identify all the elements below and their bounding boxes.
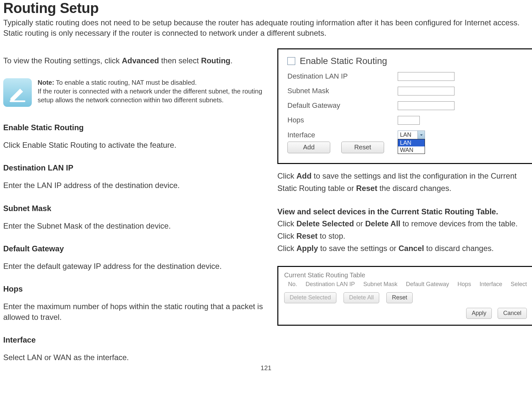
col-gw: Default Gateway [406, 281, 449, 288]
page-number: 121 [3, 364, 529, 372]
iface-option-wan[interactable]: WAN [398, 146, 425, 154]
reset-bold: Reset [356, 184, 377, 193]
delete-all-button[interactable]: Delete All [344, 292, 379, 303]
add-bold: Add [296, 171, 312, 180]
dest-input[interactable] [398, 72, 454, 81]
gw-input[interactable] [398, 101, 454, 110]
section-enable-body: Click Enable Static Routing to activate … [3, 140, 264, 150]
cancel-button[interactable]: Cancel [498, 308, 527, 319]
iface-option-lan[interactable]: LAN [398, 139, 425, 146]
view-instructions: To view the Routing settings, click Adva… [3, 56, 264, 65]
section-dest-body: Enter the LAN IP address of the destinat… [3, 180, 264, 191]
view-advanced: Advanced [122, 56, 159, 65]
t: to discard changes. [424, 244, 494, 253]
col-mask: Subnet Mask [363, 281, 397, 288]
enable-static-routing-label: Enable Static Routing [300, 56, 387, 66]
page-title: Routing Setup [3, 0, 529, 16]
t: to stop. [318, 232, 345, 240]
iface-select-value: LAN [400, 132, 411, 138]
col-iface: Interface [479, 281, 502, 288]
chevron-down-icon [417, 131, 425, 139]
enable-static-routing-row: Enable Static Routing [287, 56, 524, 66]
note-line1: To enable a static routing, NAT must be … [54, 79, 197, 86]
iface-select[interactable]: LAN [398, 131, 425, 140]
table-reset-button[interactable]: Reset [386, 292, 413, 303]
add-button[interactable]: Add [287, 142, 330, 153]
table-columns: No. Destination LAN IP Subnet Mask Defau… [284, 281, 527, 288]
apply-cancel-instruction: Click Apply to save the settings or Canc… [277, 242, 532, 255]
mask-input[interactable] [398, 87, 454, 95]
delete-instruction: Click Delete Selected or Delete All to r… [277, 218, 532, 243]
hops-input[interactable] [398, 116, 420, 125]
iface-label: Interface [287, 131, 398, 139]
apply-button[interactable]: Apply [466, 308, 492, 319]
intro-paragraph: Typically static routing does not need t… [3, 18, 529, 39]
hops-label: Hops [287, 116, 398, 124]
delete-all-bold: Delete All [365, 219, 400, 228]
reset-button[interactable]: Reset [341, 142, 384, 153]
static-routing-form: Enable Static Routing Destination LAN IP… [277, 48, 532, 164]
apply-bold: Apply [296, 244, 318, 253]
note-line2: If the router is connected with a networ… [38, 88, 262, 104]
view-mid: then select [159, 56, 201, 65]
section-hops-body: Enter the maximum number of hops within … [3, 301, 264, 322]
delete-selected-bold: Delete Selected [296, 219, 354, 228]
t: the discard changes. [377, 184, 451, 193]
gw-label: Default Gateway [287, 101, 398, 110]
section-gw-body: Enter the default gateway IP address for… [3, 261, 264, 271]
table-instruction-head: View and select devices in the Current S… [277, 206, 532, 218]
section-iface-head: Interface [3, 335, 264, 345]
note-text: Note: To enable a static routing, NAT mu… [38, 78, 264, 107]
pencil-icon [3, 78, 32, 107]
col-dest: Destination LAN IP [306, 281, 355, 288]
current-static-routing-table: Current Static Routing Table No. Destina… [277, 266, 532, 326]
section-mask-body: Enter the Subnet Mask of the destination… [3, 221, 264, 231]
t: Click [277, 219, 296, 228]
section-gw-head: Default Gateway [3, 244, 264, 253]
t: or [354, 219, 365, 228]
t: to save the settings or [318, 244, 398, 253]
delete-selected-button[interactable]: Delete Selected [284, 292, 336, 303]
table-title: Current Static Routing Table [284, 271, 527, 279]
note-label: Note: [38, 79, 54, 86]
view-routing: Routing [201, 56, 231, 65]
reset-bold-2: Reset [296, 232, 318, 240]
mask-label: Subnet Mask [287, 87, 398, 95]
enable-static-routing-checkbox[interactable] [287, 57, 295, 65]
section-mask-head: Subnet Mask [3, 204, 264, 213]
col-no: No. [288, 281, 297, 288]
col-select: Select [511, 281, 527, 288]
iface-dropdown: LAN WAN [398, 139, 425, 154]
col-hops: Hops [457, 281, 471, 288]
note-box: Note: To enable a static routing, NAT mu… [3, 78, 264, 107]
dest-label: Destination LAN IP [287, 72, 398, 81]
section-iface-body: Select LAN or WAN as the interface. [3, 352, 264, 363]
add-reset-instruction: Click Add to save the settings and list … [277, 170, 532, 195]
section-dest-head: Destination LAN IP [3, 163, 264, 172]
view-pre: To view the Routing settings, click [3, 56, 122, 65]
t: Click [277, 171, 296, 180]
t: Click [277, 244, 296, 253]
section-enable-head: Enable Static Routing [3, 123, 264, 132]
view-post: . [230, 56, 233, 65]
section-hops-head: Hops [3, 284, 264, 294]
cancel-bold: Cancel [398, 244, 424, 253]
